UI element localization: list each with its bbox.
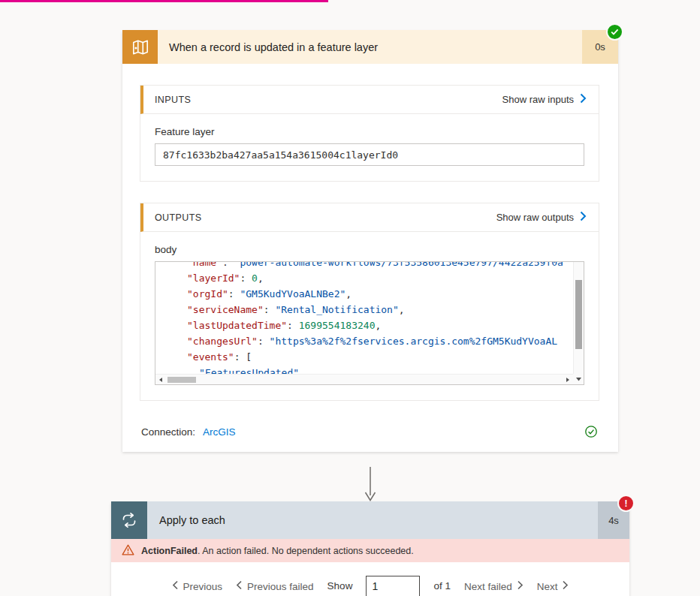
- inputs-title: INPUTS: [155, 95, 191, 105]
- connection-status-check-icon: [584, 425, 598, 438]
- outputs-title: OUTPUTS: [155, 212, 202, 223]
- code-viewer: "name": "power-automate-workflows/73f535…: [155, 261, 584, 385]
- next-button[interactable]: Next: [537, 577, 569, 595]
- scroll-right-icon[interactable]: [563, 375, 573, 385]
- chevron-right-icon: [580, 211, 587, 224]
- trigger-header[interactable]: When a record is updated in a feature la…: [122, 30, 618, 64]
- feature-layer-label: Feature layer: [155, 126, 584, 137]
- previous-failed-button[interactable]: Previous failed: [236, 577, 314, 595]
- error-exclamation-icon: !: [617, 495, 635, 512]
- error-message: ActionFailed. An action failed. No depen…: [141, 546, 414, 556]
- vertical-scrollbar[interactable]: [573, 262, 584, 374]
- outputs-panel-content: body "name": "power-automate-workflows/7…: [140, 232, 599, 400]
- success-check-icon: [606, 23, 623, 41]
- show-raw-outputs-label: Show raw outputs: [496, 212, 574, 223]
- code-line: "events": [: [155, 349, 573, 365]
- scroll-left-icon[interactable]: [155, 375, 166, 385]
- code-line: "FeaturesUpdated": [155, 365, 573, 374]
- code-line: "name": "power-automate-workflows/73f535…: [155, 262, 573, 270]
- outputs-panel-header: OUTPUTS Show raw outputs: [140, 203, 599, 232]
- show-raw-inputs-label: Show raw inputs: [502, 94, 574, 105]
- feature-layer-value[interactable]: 87fc1633b2ba427aa5a154a3615004c1layerId0: [155, 143, 584, 166]
- trigger-card: When a record is updated in a feature la…: [122, 30, 618, 452]
- apply-to-each-header[interactable]: Apply to each 4s: [111, 501, 629, 539]
- connection-link[interactable]: ArcGIS: [203, 426, 236, 438]
- expand-chevron-icon[interactable]: [573, 374, 584, 384]
- code-scroll-area[interactable]: "name": "power-automate-workflows/73f535…: [155, 262, 573, 374]
- horizontal-scrollbar-thumb[interactable]: [167, 377, 196, 383]
- chevron-right-icon: [562, 580, 569, 592]
- connection-label: Connection:: [141, 426, 195, 438]
- trigger-title: When a record is updated in a feature la…: [158, 30, 582, 64]
- arcgis-connector-icon: [122, 30, 158, 64]
- warning-triangle-icon: [122, 544, 134, 558]
- top-accent-bar: [0, 0, 328, 2]
- outputs-panel: OUTPUTS Show raw outputs body "name": "p…: [140, 203, 599, 401]
- error-banner: ActionFailed. An action failed. No depen…: [111, 539, 629, 562]
- iteration-pager: Previous Previous failed Show of 1 Next …: [111, 562, 629, 596]
- vertical-scrollbar-thumb[interactable]: [575, 280, 582, 349]
- flow-run-page: When a record is updated in a feature la…: [0, 0, 700, 596]
- show-raw-outputs-link[interactable]: Show raw outputs: [492, 210, 591, 224]
- body-label: body: [155, 244, 584, 255]
- code-line: "serviceName": "Rental_Notification",: [155, 302, 573, 318]
- previous-button[interactable]: Previous: [172, 577, 223, 595]
- arrow-down-icon: [364, 467, 377, 504]
- previous-label: Previous: [183, 581, 223, 592]
- code-line: "changesUrl": "https%3a%2f%2fservices.ar…: [155, 333, 573, 349]
- inputs-panel-header: INPUTS Show raw inputs: [140, 86, 599, 114]
- page-number-input[interactable]: [366, 576, 420, 596]
- error-code: ActionFailed: [141, 546, 198, 556]
- chevron-left-icon: [236, 580, 243, 592]
- apply-to-each-card: Apply to each 4s ! ActionFailed. An acti…: [111, 501, 629, 596]
- next-failed-label: Next failed: [464, 581, 512, 592]
- inputs-panel: INPUTS Show raw inputs Feature layer 87f…: [140, 85, 599, 182]
- chevron-right-icon: [580, 93, 587, 106]
- code-line: "orgId": "GM5KudYVoaALNBe2",: [155, 286, 573, 302]
- of-total-label: of 1: [433, 577, 451, 594]
- show-label: Show: [327, 577, 353, 594]
- trigger-card-body: INPUTS Show raw inputs Feature layer 87f…: [122, 64, 618, 452]
- loop-icon: [111, 501, 147, 539]
- next-label: Next: [537, 581, 558, 592]
- code-line: "lastUpdatedTime": 1699554183240,: [155, 318, 573, 333]
- horizontal-scrollbar[interactable]: [155, 374, 573, 384]
- apply-to-each-title: Apply to each: [147, 501, 598, 539]
- show-raw-inputs-link[interactable]: Show raw inputs: [498, 92, 591, 107]
- code-line: "layerId": 0,: [155, 270, 573, 286]
- inputs-panel-content: Feature layer 87fc1633b2ba427aa5a154a361…: [140, 114, 599, 181]
- next-failed-button[interactable]: Next failed: [464, 577, 523, 595]
- connection-row: Connection: ArcGIS: [140, 425, 599, 438]
- code-lines: "name": "power-automate-workflows/73f535…: [155, 262, 573, 374]
- previous-failed-label: Previous failed: [247, 581, 314, 592]
- chevron-right-icon: [517, 580, 523, 592]
- chevron-left-icon: [172, 580, 179, 592]
- error-description: . An action failed. No dependent actions…: [198, 546, 414, 556]
